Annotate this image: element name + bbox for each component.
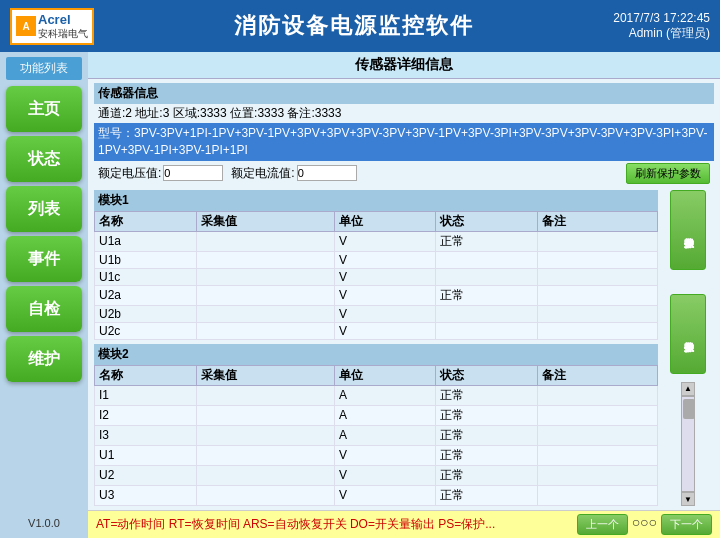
content-title: 传感器详细信息	[88, 52, 720, 79]
modules-scroll[interactable]: 模块1 名称 采集值 单位 状态 备注	[94, 190, 658, 506]
display-protect-btn-1[interactable]: 显示保护参数	[670, 190, 706, 270]
rated-voltage-item: 额定电压值:	[98, 165, 223, 182]
module2-title: 模块2	[94, 344, 658, 365]
footer: AT=动作时间 RT=恢复时间 ARS=自动恢复开关 DO=开关量输出 PS=保…	[88, 510, 720, 538]
module1-header-row: 名称 采集值 单位 状态 备注	[95, 211, 658, 231]
table-row: I2A正常	[95, 405, 658, 425]
sidebar-version: V1.0.0	[28, 517, 60, 533]
module1-section: 模块1 名称 采集值 单位 状态 备注	[94, 190, 658, 340]
module2-header-row: 名称 采集值 单位 状态 备注	[95, 365, 658, 385]
table-row: I3A正常	[95, 425, 658, 445]
scrollbar-area: ▲ ▼	[662, 382, 714, 506]
table-row: U2cV	[95, 322, 658, 339]
scrollbar-up-btn[interactable]: ▲	[681, 382, 695, 396]
module2-table: 名称 采集值 单位 状态 备注 I1A正常 I2A正常 I3A正常	[94, 365, 658, 506]
module1-table: 名称 采集值 单位 状态 备注 U1aV正常 U1bV U1cV	[94, 211, 658, 340]
type-row: 型号：3PV-3PV+1PI-1PV+3PV-1PV+3PV+3PV+3PV-3…	[94, 123, 714, 161]
sidebar-btn-selfcheck[interactable]: 自检	[6, 286, 82, 332]
page-dots: ○○○	[632, 514, 657, 535]
sidebar-label: 功能列表	[6, 57, 82, 80]
next-btn[interactable]: 下一个	[661, 514, 712, 535]
table-row: U1aV正常	[95, 231, 658, 251]
rated-current-label: 额定电流值:	[231, 165, 294, 182]
content-area: 传感器详细信息 传感器信息 通道:2 地址:3 区域:3333 位置:3333 …	[88, 52, 720, 538]
module2-col-value: 采集值	[196, 365, 334, 385]
sidebar-btn-status[interactable]: 状态	[6, 136, 82, 182]
logo-box: A Acrel 安科瑞电气	[10, 8, 94, 45]
rated-current-input[interactable]	[297, 165, 357, 181]
module1-col-unit: 单位	[334, 211, 436, 231]
module1-title: 模块1	[94, 190, 658, 211]
module1-col-status: 状态	[436, 211, 538, 231]
scrollbar-thumb[interactable]	[683, 399, 695, 419]
table-row: U2aV正常	[95, 285, 658, 305]
rated-voltage-input[interactable]	[163, 165, 223, 181]
table-row: U2bV	[95, 305, 658, 322]
sensor-details: 通道:2 地址:3 区域:3333 位置:3333 备注:3333	[98, 105, 341, 122]
user-info: Admin (管理员)	[613, 25, 710, 42]
logo-area: A Acrel 安科瑞电气	[10, 8, 94, 45]
content-body: 传感器信息 通道:2 地址:3 区域:3333 位置:3333 备注:3333 …	[88, 79, 720, 510]
prev-btn[interactable]: 上一个	[577, 514, 628, 535]
table-row: U2V正常	[95, 465, 658, 485]
sidebar-btn-list[interactable]: 列表	[6, 186, 82, 232]
module2-col-unit: 单位	[334, 365, 436, 385]
logo-sub: 安科瑞电气	[38, 27, 88, 41]
logo-text: Acrel	[38, 12, 88, 27]
main-layout: 功能列表 主页 状态 列表 事件 自检 维护 V1.0.0 传感器详细信息 传感…	[0, 52, 720, 538]
sidebar-btn-maintain[interactable]: 维护	[6, 336, 82, 382]
module1-col-note: 备注	[538, 211, 658, 231]
footer-text: AT=动作时间 RT=恢复时间 ARS=自动恢复开关 DO=开关量输出 PS=保…	[96, 516, 495, 533]
sidebar-btn-home[interactable]: 主页	[6, 86, 82, 132]
right-controls: 显示保护参数 显示保护参数 ▲ ▼	[662, 190, 714, 506]
module2-col-name: 名称	[95, 365, 197, 385]
app-title: 消防设备电源监控软件	[94, 11, 613, 41]
module2-side-controls: 显示保护参数	[662, 294, 714, 374]
module1-side-controls: 显示保护参数	[662, 190, 714, 270]
table-row: I1A正常	[95, 385, 658, 405]
module2-col-note: 备注	[538, 365, 658, 385]
datetime: 2017/7/3 17:22:45	[613, 11, 710, 25]
display-protect-btn-2[interactable]: 显示保护参数	[670, 294, 706, 374]
table-row: U1V正常	[95, 445, 658, 465]
table-row: U1cV	[95, 268, 658, 285]
sidebar: 功能列表 主页 状态 列表 事件 自检 维护 V1.0.0	[0, 52, 88, 538]
header-info: 2017/7/3 17:22:45 Admin (管理员)	[613, 11, 710, 42]
scrollbar-down-btn[interactable]: ▼	[681, 492, 695, 506]
type-label: 型号：	[98, 126, 134, 140]
sidebar-btn-event[interactable]: 事件	[6, 236, 82, 282]
footer-buttons: 上一个 ○○○ 下一个	[577, 514, 712, 535]
type-value: 3PV-3PV+1PI-1PV+3PV-1PV+3PV+3PV+3PV-3PV+…	[98, 126, 707, 157]
module1-col-name: 名称	[95, 211, 197, 231]
scrollbar-track	[681, 396, 695, 492]
modules-area: 模块1 名称 采集值 单位 状态 备注	[94, 190, 714, 506]
header: A Acrel 安科瑞电气 消防设备电源监控软件 2017/7/3 17:22:…	[0, 0, 720, 52]
module2-col-status: 状态	[436, 365, 538, 385]
rated-current-item: 额定电流值:	[231, 165, 356, 182]
refresh-protect-btn[interactable]: 刷新保护参数	[626, 163, 710, 184]
table-row: U1bV	[95, 251, 658, 268]
rated-row: 额定电压值: 额定电流值: 刷新保护参数	[94, 161, 714, 186]
table-row: U3V正常	[95, 485, 658, 505]
logo-icon: A	[16, 16, 36, 36]
sensor-detail-row: 通道:2 地址:3 区域:3333 位置:3333 备注:3333	[94, 104, 714, 123]
module1-col-value: 采集值	[196, 211, 334, 231]
module2-section: 模块2 名称 采集值 单位 状态 备注	[94, 344, 658, 506]
rated-voltage-label: 额定电压值:	[98, 165, 161, 182]
sensor-info-section: 传感器信息 通道:2 地址:3 区域:3333 位置:3333 备注:3333 …	[94, 83, 714, 186]
sensor-info-header: 传感器信息	[94, 83, 714, 104]
